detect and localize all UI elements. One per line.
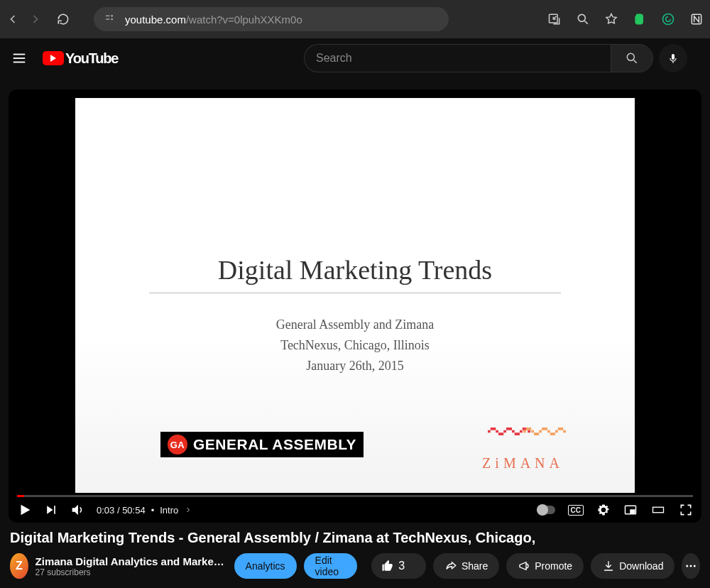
slide-line3: January 26th, 2015: [75, 356, 635, 376]
video-metadata: Digital Marketing Trends - General Assem…: [0, 523, 710, 579]
voice-search-button[interactable]: [659, 44, 687, 72]
svg-point-18: [686, 565, 688, 567]
youtube-header: YouTube Search: [0, 38, 710, 78]
back-button[interactable]: [6, 12, 23, 26]
svg-rect-16: [630, 510, 635, 513]
volume-button[interactable]: [70, 502, 85, 518]
time-display: 0:03 / 50:54: [97, 505, 146, 516]
svg-rect-14: [54, 506, 55, 514]
chapter-prefix: •: [151, 505, 155, 516]
svg-point-5: [578, 14, 585, 21]
ga-badge: GA: [168, 435, 187, 454]
autoplay-toggle[interactable]: [537, 506, 555, 514]
share-button[interactable]: Share: [433, 553, 499, 579]
channel-name[interactable]: Zimana Digital Analytics and Market…: [36, 555, 227, 567]
player-controls: 0:03 / 50:54 • Intro CC: [9, 497, 701, 523]
dislike-button[interactable]: [415, 553, 426, 579]
bookmark-star-icon[interactable]: [604, 11, 619, 27]
chapter-name[interactable]: Intro: [160, 505, 178, 516]
search-input[interactable]: Search: [304, 44, 611, 72]
hamburger-menu-icon[interactable]: [11, 50, 28, 66]
svg-rect-1: [106, 18, 109, 19]
slide-line1: General Assembly and Zimana: [75, 315, 635, 335]
svg-rect-17: [653, 507, 664, 513]
svg-rect-8: [13, 54, 26, 55]
general-assembly-logo: GA GENERAL ASSEMBLY: [160, 432, 364, 457]
svg-rect-9: [13, 58, 26, 59]
svg-point-3: [111, 18, 113, 21]
slide-title: Digital Marketing Trends: [75, 254, 635, 285]
like-button[interactable]: 3: [371, 553, 415, 579]
like-dislike-segment: 3: [371, 553, 426, 579]
svg-rect-0: [106, 16, 109, 16]
video-frame-slide: Digital Marketing Trends General Assembl…: [75, 98, 635, 493]
zoom-icon[interactable]: [575, 11, 591, 27]
reload-button[interactable]: [57, 13, 74, 26]
search-button[interactable]: [611, 44, 653, 72]
notion-extension-icon[interactable]: [689, 11, 704, 27]
svg-point-19: [690, 565, 692, 567]
svg-point-6: [663, 14, 674, 25]
url-text: youtube.com/watch?v=0lpuhXXKm0o: [125, 13, 302, 26]
slide-divider: [149, 293, 561, 293]
svg-point-20: [694, 565, 696, 567]
svg-rect-10: [13, 62, 26, 63]
youtube-play-icon: [43, 51, 64, 65]
evernote-extension-icon[interactable]: [632, 11, 648, 27]
svg-point-2: [111, 15, 113, 17]
video-title: Digital Marketing Trends - General Assem…: [10, 530, 700, 546]
edit-video-button[interactable]: Edit video: [304, 553, 358, 579]
grammarly-extension-icon[interactable]: [660, 11, 676, 27]
video-player[interactable]: Digital Marketing Trends General Assembl…: [9, 89, 701, 523]
miniplayer-button[interactable]: [623, 503, 638, 517]
youtube-logo-text: YouTube: [65, 50, 118, 67]
fullscreen-button[interactable]: [679, 503, 693, 517]
install-app-icon[interactable]: [547, 11, 562, 27]
more-actions-button[interactable]: [682, 553, 700, 579]
captions-button[interactable]: CC: [568, 505, 584, 516]
svg-point-11: [627, 53, 634, 60]
svg-rect-12: [672, 54, 674, 60]
chapter-chevron-icon[interactable]: [184, 506, 192, 514]
browser-chrome: youtube.com/watch?v=0lpuhXXKm0o: [0, 0, 710, 38]
svg-rect-13: [672, 61, 673, 63]
settings-gear-icon[interactable]: [596, 503, 611, 517]
site-settings-icon[interactable]: [104, 13, 116, 26]
subscriber-count: 27 subscribers: [36, 567, 227, 577]
play-button[interactable]: [17, 502, 33, 518]
forward-button[interactable]: [28, 12, 45, 26]
zimana-logo: 〰〰 ZiMANA: [482, 420, 564, 472]
search-placeholder: Search: [316, 52, 352, 65]
theater-mode-button[interactable]: [650, 503, 666, 516]
analytics-button[interactable]: Analytics: [234, 553, 297, 579]
slide-line2: TechNexus, Chicago, Illinois: [75, 335, 635, 356]
next-button[interactable]: [44, 503, 58, 517]
promote-button[interactable]: Promote: [506, 553, 584, 579]
download-button[interactable]: Download: [591, 553, 674, 579]
youtube-logo[interactable]: YouTube: [43, 50, 118, 67]
channel-avatar[interactable]: Z: [10, 553, 28, 579]
url-bar[interactable]: youtube.com/watch?v=0lpuhXXKm0o: [94, 7, 449, 31]
